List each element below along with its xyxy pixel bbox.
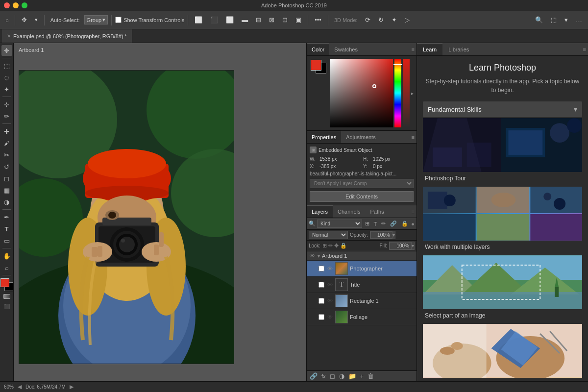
eyedropper-tool[interactable]: ✏: [1, 111, 12, 122]
distribute-btn[interactable]: ⊟: [253, 15, 264, 24]
layer-rectangle[interactable]: 👁 Rectangle 1: [307, 293, 416, 309]
opacity-control[interactable]: 100% ▾: [370, 231, 395, 239]
align-center-btn[interactable]: ⬛: [207, 15, 221, 24]
layer-title[interactable]: 👁 T Title: [307, 277, 416, 293]
pen-tool[interactable]: ✒: [1, 212, 12, 222]
brush-tool[interactable]: 🖌: [1, 138, 12, 148]
group-dropdown[interactable]: Group ▾: [84, 15, 108, 24]
move-tool-button[interactable]: ✥: [19, 15, 30, 24]
tab-properties[interactable]: Properties: [307, 131, 341, 143]
lock-transparent-icon[interactable]: ⊞: [322, 243, 327, 249]
alpha-slider[interactable]: [403, 59, 410, 127]
foreground-color-swatch[interactable]: [311, 60, 321, 71]
dist4-btn[interactable]: ▣: [293, 15, 304, 24]
hue-slider[interactable]: [394, 59, 401, 127]
lasso-tool[interactable]: ◌: [1, 72, 12, 83]
link-layers-btn[interactable]: 🔗: [310, 372, 318, 380]
layer-photographer[interactable]: 👁 Photographer: [307, 261, 416, 277]
align-vert-btn[interactable]: ▬: [239, 15, 251, 24]
layer-icon4-btn[interactable]: 🔗: [389, 220, 398, 227]
card-multiple-layers[interactable]: Work with multiple layers: [423, 187, 582, 253]
tab-layers[interactable]: Layers: [307, 205, 333, 218]
add-layer-btn[interactable]: +: [360, 372, 364, 380]
tab-learn[interactable]: Learn: [417, 43, 442, 55]
minimize-button[interactable]: [13, 2, 19, 8]
heal-tool[interactable]: ✚: [1, 126, 12, 137]
lock-pixels-icon[interactable]: ✏: [328, 243, 333, 249]
workspace-arrow-btn[interactable]: ▾: [562, 15, 571, 24]
learn-panel-menu[interactable]: ≡: [583, 47, 586, 52]
group-layers-btn[interactable]: 📁: [348, 372, 356, 380]
document-tab[interactable]: ✕ Example.psd @ 60% (Photographer, RGB/8…: [2, 29, 132, 43]
zoom-left-arrow[interactable]: ◀: [18, 384, 22, 390]
props-menu[interactable]: ≡: [412, 134, 415, 140]
eraser-tool[interactable]: ◻: [1, 173, 12, 184]
tab-color[interactable]: Color: [307, 43, 329, 55]
align-left-btn[interactable]: ⬜: [192, 15, 205, 24]
layer-title-checkbox[interactable]: [318, 282, 324, 288]
dodge-tool[interactable]: ◑: [1, 196, 12, 207]
zoom-right-arrow[interactable]: ▶: [70, 384, 74, 390]
color-spectrum-gradient[interactable]: [330, 59, 393, 127]
align-right-btn[interactable]: ⬜: [223, 15, 237, 24]
layer-rectangle-checkbox[interactable]: [318, 298, 324, 304]
dist2-btn[interactable]: ⊠: [266, 15, 277, 24]
artboard-visibility[interactable]: 👁: [309, 253, 316, 259]
blend-mode-select[interactable]: Normal: [309, 231, 348, 239]
tab-channels[interactable]: Channels: [333, 205, 365, 218]
canvas-image[interactable]: [19, 70, 234, 364]
wand-tool[interactable]: ✦: [1, 84, 12, 95]
dist3-btn[interactable]: ⊡: [279, 15, 291, 24]
layer-icon2-btn[interactable]: T: [372, 220, 379, 227]
transform-button[interactable]: ▾: [32, 16, 41, 24]
crop-tool[interactable]: ⊹: [1, 99, 12, 110]
gradient-tool[interactable]: ▦: [1, 185, 12, 196]
layer-foliage-visibility[interactable]: 👁: [326, 314, 333, 320]
artboard-group[interactable]: 👁 ▾ Artboard 1: [307, 251, 416, 261]
color-swatch-area[interactable]: [0, 278, 13, 291]
marquee-tool[interactable]: ⬚: [1, 60, 12, 71]
home-button[interactable]: ⌂: [3, 16, 11, 24]
card-photoshop-tour[interactable]: Photoshop Tour: [423, 118, 582, 185]
screen-mode-btn[interactable]: ⬛: [1, 301, 12, 312]
layer-photographer-checkbox[interactable]: [318, 266, 324, 271]
opacity-arrow[interactable]: ▾: [392, 232, 395, 238]
layer-foliage-checkbox[interactable]: [318, 314, 324, 320]
3d-btn3[interactable]: ✦: [389, 15, 400, 24]
history-tool[interactable]: ↺: [1, 161, 12, 172]
layer-fx-btn[interactable]: fx: [321, 373, 326, 379]
3d-btn1[interactable]: ⟳: [362, 15, 373, 24]
3d-btn2[interactable]: ↻: [375, 15, 387, 24]
move-tool[interactable]: ✥: [1, 45, 12, 56]
foreground-color[interactable]: [0, 278, 9, 287]
text-tool[interactable]: T: [1, 223, 12, 234]
add-mask-btn[interactable]: ◻: [330, 372, 335, 380]
lock-all-icon[interactable]: 🔒: [340, 243, 347, 249]
spectrum-picker[interactable]: ▸: [330, 59, 414, 127]
artboard-expand[interactable]: ▾: [318, 253, 320, 259]
card-layer-mask[interactable]: Use a layer mask to add an object to an …: [423, 324, 582, 381]
hand-tool[interactable]: ✋: [1, 250, 12, 261]
layer-icon1-btn[interactable]: ⊞: [364, 220, 371, 227]
video-btn[interactable]: ▷: [402, 15, 413, 24]
layer-foliage[interactable]: 👁 Follage: [307, 309, 416, 325]
close-button[interactable]: [4, 2, 10, 8]
tab-paths[interactable]: Paths: [366, 205, 389, 218]
search-button[interactable]: 🔍: [532, 15, 546, 24]
clone-tool[interactable]: ✂: [1, 149, 12, 160]
fill-control[interactable]: 100% ▾: [389, 242, 415, 250]
workspace-btn[interactable]: ⬚: [548, 15, 560, 24]
delete-layer-btn[interactable]: 🗑: [368, 372, 374, 380]
fg-bg-colors[interactable]: [311, 60, 326, 74]
layer-comp-select[interactable]: Don't Apply Layer Comp: [310, 179, 414, 188]
spectrum-expand-btn[interactable]: ▸: [411, 59, 414, 127]
transform-controls-input[interactable]: [115, 17, 122, 23]
layer-icon5-btn[interactable]: 🔒: [400, 220, 410, 227]
shape-tool[interactable]: ▭: [1, 235, 12, 246]
tab-libraries[interactable]: Libraries: [442, 43, 475, 55]
color-panel-menu[interactable]: ≡: [412, 47, 415, 52]
layer-title-visibility[interactable]: 👁: [326, 282, 333, 288]
layer-rectangle-visibility[interactable]: 👁: [326, 298, 333, 304]
quick-mask-btn[interactable]: [1, 293, 12, 300]
transform-controls-checkbox[interactable]: Show Transform Controls: [115, 17, 184, 23]
